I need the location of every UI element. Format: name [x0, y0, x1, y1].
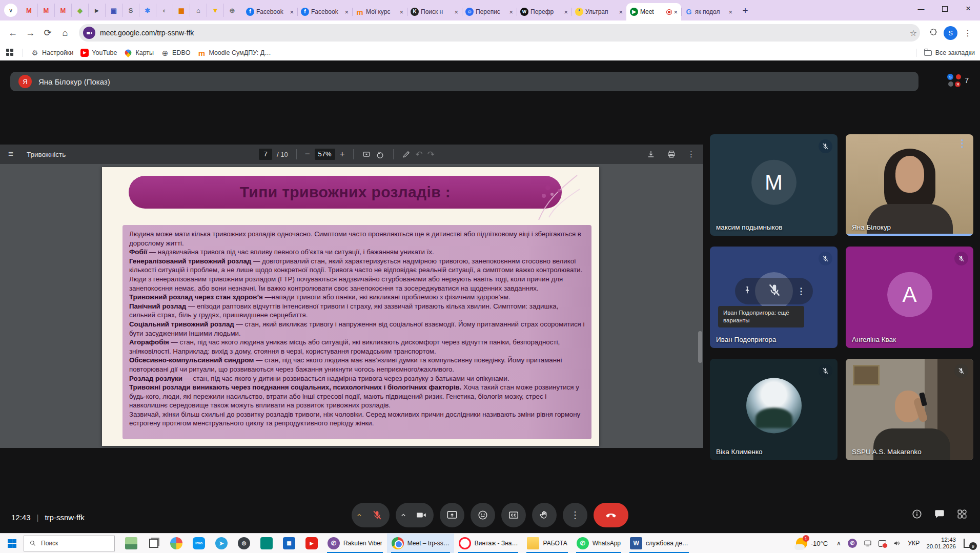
tab-close-icon[interactable]: ×: [619, 8, 623, 16]
taskbar-app-media[interactable]: [255, 534, 278, 553]
tile-more-menu-icon[interactable]: ⋮: [957, 137, 967, 149]
taskbar-clock[interactable]: 12:43 20.01.2026: [926, 537, 956, 550]
pinned-tab[interactable]: M: [54, 4, 71, 17]
new-tab-button[interactable]: +: [738, 4, 752, 18]
chat-icon[interactable]: [934, 508, 945, 522]
tab-поиск-н[interactable]: KПоиск н×: [407, 3, 462, 21]
bookmark-star-icon[interactable]: ☆: [910, 28, 917, 38]
weather-widget[interactable]: 1 -10°C: [796, 538, 828, 549]
more-options-button[interactable]: ⋮: [563, 503, 587, 527]
screen-record-tray-icon[interactable]: [879, 540, 886, 547]
tile-more-options-icon[interactable]: ⋮: [797, 286, 805, 297]
taskbar-app-taskview[interactable]: [142, 534, 165, 553]
participant-tile[interactable]: ⋮Иван Подопригора: ещё вариантыИван Подо…: [710, 247, 838, 348]
maximize-button[interactable]: [933, 0, 956, 17]
tab-close-icon[interactable]: ×: [564, 8, 568, 16]
pdf-scrollbar-thumb[interactable]: [698, 331, 702, 363]
raise-hand-button[interactable]: [532, 503, 557, 527]
bookmark-moodle[interactable]: mMoodle СумДПУ: Д…: [194, 47, 274, 58]
bookmark-maps[interactable]: Карты: [120, 47, 157, 58]
tab-close-icon[interactable]: ×: [673, 8, 678, 16]
print-icon[interactable]: [667, 150, 676, 159]
taskbar-app-word[interactable]: Wслужбова де…: [625, 534, 693, 553]
redo-icon[interactable]: ↷: [427, 150, 435, 159]
taskbar-app-youtube[interactable]: ▶: [300, 534, 323, 553]
activities-icon[interactable]: [956, 508, 968, 522]
taskbar-app-viber[interactable]: ✆Rakuten Viber: [323, 534, 387, 553]
undo-icon[interactable]: ↶: [416, 150, 423, 159]
taskbar-app-grid[interactable]: ▦: [278, 534, 300, 553]
taskbar-app-telegram[interactable]: ➤: [210, 534, 233, 553]
end-call-button[interactable]: [594, 503, 628, 527]
bookmark-youtube[interactable]: ▶YouTube: [77, 47, 120, 58]
tab-close-icon[interactable]: ×: [344, 8, 349, 16]
pinned-tab[interactable]: ▦: [173, 4, 190, 17]
pdf-more-icon[interactable]: ⋮: [687, 150, 695, 159]
camera-options-chevron-icon[interactable]: [397, 511, 410, 519]
tab-facebook[interactable]: fFacebook×: [242, 3, 297, 21]
tab-close-icon[interactable]: ×: [509, 8, 513, 16]
mic-mute-button[interactable]: [366, 504, 389, 526]
language-indicator[interactable]: УКР: [908, 540, 920, 547]
zoom-out-icon[interactable]: −: [305, 149, 310, 159]
participant-tile[interactable]: Віка Клименко: [710, 359, 838, 460]
fit-page-icon[interactable]: [362, 150, 371, 159]
tab-close-icon[interactable]: ×: [399, 8, 403, 16]
tab-перефр[interactable]: wПерефр×: [517, 3, 571, 21]
display-tray-icon[interactable]: [864, 539, 872, 547]
pinned-tab[interactable]: ✱: [139, 4, 156, 17]
annotate-pen-icon[interactable]: [402, 150, 411, 159]
all-bookmarks[interactable]: Все закладки: [912, 49, 975, 57]
page-number-input[interactable]: 7: [259, 149, 272, 160]
viber-tray-icon[interactable]: ✆: [848, 539, 857, 548]
tab-facebook[interactable]: fFacebook×: [297, 3, 352, 21]
forward-icon[interactable]: →: [22, 24, 39, 42]
captions-button[interactable]: [501, 503, 526, 527]
zoom-level[interactable]: 57%: [315, 149, 335, 160]
tab-close-icon[interactable]: ×: [290, 8, 294, 16]
mic-options-chevron-icon[interactable]: [353, 511, 366, 519]
participant-tile[interactable]: ААнгеліна Квак: [846, 247, 973, 348]
hidden-icons-chevron-icon[interactable]: ∧: [836, 540, 841, 547]
pinned-tab[interactable]: M: [21, 4, 37, 17]
start-button[interactable]: [0, 534, 24, 553]
taskbar-search[interactable]: Поиск: [24, 536, 115, 551]
taskbar-app-obs[interactable]: ◎: [233, 534, 255, 553]
minimize-button[interactable]: —: [909, 0, 933, 17]
extensions-puzzle-icon[interactable]: [925, 25, 942, 41]
participant-tile[interactable]: Ммаксим подымныков: [710, 134, 838, 236]
taskbar-app-imo[interactable]: imo: [188, 534, 210, 553]
profile-avatar[interactable]: S: [944, 26, 957, 40]
taskbar-app-opera[interactable]: Винтаж - Зна…: [454, 534, 523, 553]
zoom-in-icon[interactable]: +: [340, 149, 345, 159]
taskbar-app-folder[interactable]: РАБОТА: [522, 534, 571, 553]
tab-meet[interactable]: ▶Meet×: [626, 3, 681, 21]
present-screen-button[interactable]: [440, 503, 464, 527]
taskbar-app-whatsapp[interactable]: ✆WhatsApp: [572, 534, 625, 553]
download-icon[interactable]: [646, 150, 656, 159]
back-icon[interactable]: ←: [4, 24, 22, 42]
address-bar[interactable]: meet.google.com/trp-ssnw-ffk ☆: [79, 24, 920, 42]
tab-ультрап[interactable]: *Ультрап×: [571, 3, 626, 21]
tab-close-icon[interactable]: ×: [454, 8, 458, 16]
meeting-details-icon[interactable]: [911, 508, 923, 522]
tab-мої-курс[interactable]: mМої курс×: [352, 3, 407, 21]
taskbar-app-photos[interactable]: [120, 534, 142, 553]
tab-close-icon[interactable]: ×: [728, 8, 732, 16]
camera-button[interactable]: [410, 504, 433, 526]
browser-menu-icon[interactable]: ⋮: [959, 25, 976, 41]
participant-tile[interactable]: SSPU A.S. Makarenko: [846, 359, 973, 460]
reload-icon[interactable]: ⟳: [39, 24, 56, 42]
tab-перепис[interactable]: ☺Перепис×: [462, 3, 517, 21]
pinned-tab[interactable]: ◐: [156, 4, 173, 17]
pinned-tab[interactable]: ⊕: [223, 4, 240, 17]
pinned-tab[interactable]: ▣: [105, 4, 122, 17]
pinned-tab[interactable]: ◆: [71, 4, 88, 17]
taskbar-app-chrome[interactable]: Meet – trp-ss…: [387, 534, 454, 553]
apps-grid-icon[interactable]: [6, 49, 14, 57]
pinned-tab[interactable]: ►: [88, 4, 105, 17]
pinned-tab[interactable]: ▼: [207, 4, 223, 17]
rotate-icon[interactable]: [376, 150, 385, 159]
pin-participant-icon[interactable]: [742, 285, 752, 297]
bookmark-gear[interactable]: ⚙Настройки: [27, 47, 77, 58]
